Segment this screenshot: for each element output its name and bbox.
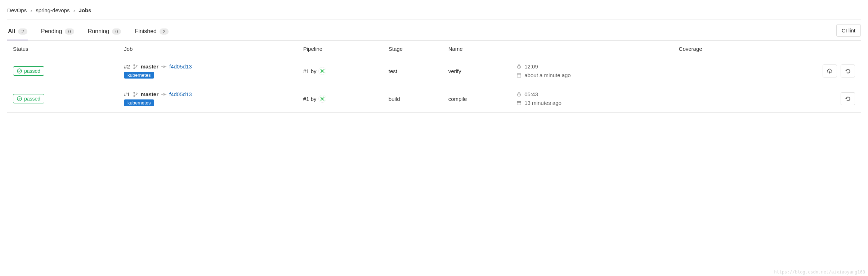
tabs: All 2 Pending 0 Running 0 Finished 2 — [7, 23, 169, 40]
table-row: passed #1 master f4d05d13 kubernetes #1 … — [7, 85, 861, 113]
svg-point-3 — [136, 65, 137, 66]
tab-all[interactable]: All 2 — [7, 23, 28, 40]
retry-icon — [845, 96, 851, 102]
stage-cell: build — [383, 85, 443, 113]
runner-tag[interactable]: kubernetes — [124, 72, 154, 79]
commit-sha[interactable]: f4d05d13 — [169, 63, 192, 70]
status-label: passed — [24, 96, 40, 102]
avatar-icon[interactable] — [318, 95, 326, 103]
runner-tag[interactable]: kubernetes — [124, 99, 154, 106]
job-number[interactable]: #1 — [124, 91, 130, 97]
cloud-download-icon — [827, 68, 833, 74]
tab-count-badge: 0 — [65, 28, 74, 35]
tab-count-badge: 0 — [112, 28, 121, 35]
pipeline-cell: #1 by — [303, 95, 377, 103]
tab-label: Pending — [41, 28, 62, 35]
finished-text: 13 minutes ago — [524, 99, 561, 107]
timer-icon — [516, 64, 522, 69]
download-artifacts-button[interactable] — [823, 64, 837, 77]
retry-button[interactable] — [841, 92, 855, 105]
ci-lint-button[interactable]: CI lint — [836, 24, 861, 37]
col-coverage: Coverage — [673, 41, 793, 57]
pipeline-cell: #1 by — [303, 67, 377, 75]
name-cell: verify — [443, 57, 511, 85]
duration-text: 12:09 — [524, 62, 538, 71]
status-badge-passed[interactable]: passed — [13, 66, 44, 76]
breadcrumb: DevOps › spring-devops › Jobs — [7, 7, 861, 19]
timer-icon — [516, 92, 522, 97]
status-badge-passed[interactable]: passed — [13, 94, 44, 103]
coverage-cell — [673, 85, 793, 113]
svg-point-8 — [134, 92, 135, 93]
branch-name[interactable]: master — [141, 63, 158, 70]
commit-icon — [161, 64, 166, 69]
tab-pending[interactable]: Pending 0 — [40, 23, 75, 40]
retry-button[interactable] — [841, 64, 855, 77]
breadcrumb-separator: › — [73, 7, 75, 13]
calendar-icon — [516, 73, 522, 78]
tabs-row: All 2 Pending 0 Running 0 Finished 2 CI … — [7, 23, 861, 41]
job-number[interactable]: #2 — [124, 63, 130, 70]
retry-icon — [845, 68, 851, 74]
svg-point-4 — [163, 66, 165, 67]
svg-point-9 — [134, 95, 135, 96]
check-circle-icon — [17, 68, 22, 74]
status-label: passed — [24, 68, 40, 74]
tab-running[interactable]: Running 0 — [87, 23, 122, 40]
name-cell: compile — [443, 85, 511, 113]
tab-count-badge: 2 — [160, 28, 169, 35]
tab-label: All — [8, 28, 15, 35]
pipeline-number[interactable]: #1 by — [303, 68, 317, 74]
col-pipeline: Pipeline — [297, 41, 383, 57]
svg-point-10 — [136, 93, 137, 94]
finished-text: about a minute ago — [524, 71, 571, 80]
coverage-cell — [673, 57, 793, 85]
check-circle-icon — [17, 96, 22, 101]
branch-icon — [133, 64, 138, 69]
tab-label: Finished — [135, 28, 156, 35]
stage-cell: test — [383, 57, 443, 85]
col-stage: Stage — [383, 41, 443, 57]
tab-label: Running — [88, 28, 109, 35]
duration-text: 05:43 — [524, 90, 538, 99]
col-name: Name — [443, 41, 511, 57]
breadcrumb-current: Jobs — [79, 7, 91, 13]
table-row: passed #2 master f4d05d13 kubernetes #1 … — [7, 57, 861, 85]
svg-point-1 — [134, 64, 135, 66]
breadcrumb-project[interactable]: spring-devops — [36, 7, 70, 13]
jobs-table: Status Job Pipeline Stage Name Coverage … — [7, 41, 861, 112]
svg-rect-6 — [517, 74, 521, 77]
commit-sha[interactable]: f4d05d13 — [169, 91, 192, 97]
col-status: Status — [7, 41, 118, 57]
col-timing — [511, 41, 673, 57]
breadcrumb-root[interactable]: DevOps — [7, 7, 27, 13]
svg-rect-13 — [517, 102, 521, 105]
commit-icon — [161, 92, 166, 97]
tab-count-badge: 2 — [18, 28, 27, 35]
branch-name[interactable]: master — [141, 91, 158, 97]
pipeline-number[interactable]: #1 by — [303, 96, 317, 102]
calendar-icon — [516, 101, 522, 106]
breadcrumb-separator: › — [30, 7, 32, 13]
branch-icon — [133, 92, 138, 97]
avatar-icon[interactable] — [318, 67, 326, 75]
table-header-row: Status Job Pipeline Stage Name Coverage — [7, 41, 861, 57]
tab-finished[interactable]: Finished 2 — [134, 23, 169, 40]
svg-point-11 — [163, 93, 165, 95]
col-job: Job — [118, 41, 297, 57]
col-actions — [792, 41, 861, 57]
svg-point-2 — [134, 67, 135, 68]
